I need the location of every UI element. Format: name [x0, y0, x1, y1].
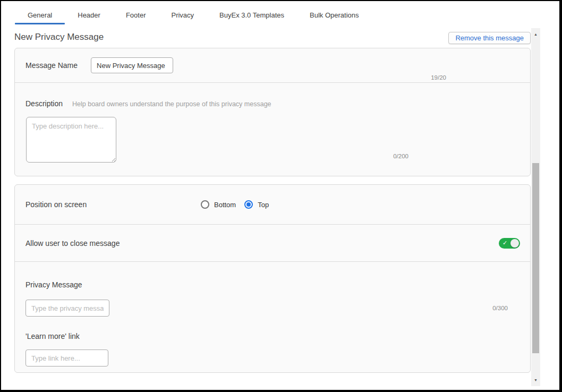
description-counter: 0/200	[393, 153, 408, 163]
radio-option-bottom[interactable]: Bottom	[201, 200, 236, 209]
tab-footer[interactable]: Footer	[113, 6, 159, 24]
privacy-message-input-row: 0/300	[25, 300, 520, 317]
tab-general[interactable]: General	[15, 6, 65, 24]
display-settings-panel: Position on screen Bottom Top Allow user…	[14, 184, 531, 373]
scroll-down-arrow[interactable]: ▼	[531, 376, 540, 385]
privacy-message-label: Privacy Message	[25, 280, 82, 289]
radio-unchecked-icon	[201, 200, 209, 209]
message-name-counter: 19/20	[431, 74, 446, 81]
tab-bulk-operations[interactable]: Bulk Operations	[297, 6, 372, 24]
allow-close-toggle[interactable]: ✓	[499, 238, 520, 249]
remove-message-button[interactable]: Remove this message	[448, 32, 531, 44]
description-body: 0/200	[15, 108, 530, 163]
content-area: New Privacy Message Remove this message …	[14, 27, 531, 373]
position-row: Position on screen Bottom Top	[15, 185, 530, 224]
radio-option-top[interactable]: Top	[244, 200, 269, 209]
allow-close-row: Allow user to close message ✓	[15, 225, 530, 261]
scrollbar[interactable]: ▲ ▼	[531, 28, 540, 386]
tab-buyex-templates-label: BuyEx 3.0 Templates	[219, 11, 284, 19]
position-label: Position on screen	[25, 200, 201, 209]
heading-row: New Privacy Message Remove this message	[14, 27, 531, 48]
toggle-check-icon: ✓	[503, 240, 507, 246]
scrollbar-thumb[interactable]	[532, 163, 539, 353]
description-label: Description	[25, 99, 63, 108]
radio-top-label: Top	[258, 201, 269, 209]
tab-privacy-label: Privacy	[171, 11, 194, 19]
privacy-message-counter: 0/300	[492, 305, 508, 311]
description-header: Description Help board owners understand…	[15, 83, 530, 108]
tab-general-label: General	[28, 11, 52, 19]
radio-bottom-label: Bottom	[214, 201, 236, 209]
message-name-row: Message Name 19/20	[15, 48, 530, 82]
tab-buyex-templates[interactable]: BuyEx 3.0 Templates	[207, 6, 297, 24]
allow-close-label: Allow user to close message	[25, 239, 120, 248]
learn-more-input[interactable]	[25, 350, 108, 367]
settings-window: General Header Footer Privacy BuyEx 3.0 …	[0, 0, 562, 392]
description-textarea[interactable]	[26, 117, 116, 163]
tab-bulk-operations-label: Bulk Operations	[310, 11, 359, 19]
scroll-up-arrow[interactable]: ▲	[531, 30, 540, 39]
message-name-input[interactable]	[91, 57, 173, 73]
page-title: New Privacy Message	[14, 32, 104, 42]
tab-bar: General Header Footer Privacy BuyEx 3.0 …	[1, 1, 559, 24]
privacy-message-input[interactable]	[25, 300, 109, 317]
tab-header-label: Header	[78, 11, 100, 19]
tab-footer-label: Footer	[126, 11, 146, 19]
active-tab-indicator	[15, 23, 65, 24]
toggle-knob	[510, 239, 519, 248]
message-name-label: Message Name	[25, 61, 78, 70]
tab-header[interactable]: Header	[65, 6, 113, 24]
privacy-message-section: Privacy Message 0/300 'Learn more' link	[15, 262, 530, 367]
radio-checked-icon	[244, 200, 253, 209]
message-details-panel: Message Name 19/20 Description Help boar…	[14, 48, 531, 176]
learn-more-label: 'Learn more' link	[25, 332, 520, 340]
position-radio-group: Bottom Top	[201, 200, 269, 209]
tab-privacy[interactable]: Privacy	[158, 6, 207, 24]
description-helper-text: Help board owners understand the purpose…	[72, 100, 271, 108]
